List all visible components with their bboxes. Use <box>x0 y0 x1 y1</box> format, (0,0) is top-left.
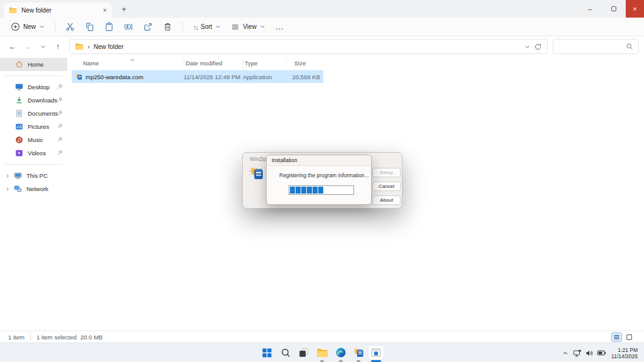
downloads-icon <box>15 96 23 104</box>
file-type: Application <box>243 74 286 80</box>
sidebar-divider <box>5 164 62 165</box>
column-header-type[interactable]: Type <box>243 59 286 68</box>
sidebar-item-music[interactable]: Music <box>0 133 67 146</box>
toolbar-separator <box>182 22 183 32</box>
address-bar: ← → ↑ › New folder <box>0 36 644 57</box>
breadcrumb-path[interactable]: New folder <box>94 43 124 50</box>
view-toggles <box>611 332 635 342</box>
chevron-down-icon <box>215 24 221 30</box>
installer-window-icon <box>370 347 382 358</box>
recent-locations-button[interactable] <box>35 39 50 54</box>
winzip-dialog-icon <box>248 165 264 181</box>
sidebar-item-documents[interactable]: Documents <box>0 107 67 120</box>
paste-button[interactable] <box>100 19 118 34</box>
taskbar-edge-button[interactable] <box>333 346 348 359</box>
about-button[interactable]: About <box>372 195 401 205</box>
sidebar-item-home[interactable]: Home <box>0 58 67 71</box>
column-header-date-modified[interactable]: Date modified <box>184 59 243 68</box>
new-tab-button[interactable]: + <box>118 4 130 15</box>
view-lines-icon <box>231 23 240 31</box>
details-view-button[interactable] <box>611 332 622 342</box>
chevron-right-icon[interactable] <box>5 173 10 178</box>
taskbar-installer-button[interactable] <box>369 346 384 359</box>
home-icon <box>15 60 23 69</box>
tab-title: New folder <box>21 7 99 14</box>
view-button[interactable]: View <box>226 20 270 34</box>
setup-button[interactable]: Setup <box>372 168 401 177</box>
up-button[interactable]: ↑ <box>50 39 65 54</box>
sidebar-item-pictures[interactable]: Pictures <box>0 120 67 133</box>
start-button[interactable] <box>259 346 274 359</box>
sidebar-item-this-pc[interactable]: This PC <box>0 169 67 182</box>
chevron-right-icon[interactable] <box>5 187 10 192</box>
column-header-name[interactable]: Name <box>72 59 184 68</box>
network-icon[interactable] <box>572 348 583 359</box>
cancel-button[interactable]: Cancel <box>372 182 401 191</box>
chevron-down-icon <box>39 24 45 30</box>
sidebar-item-label: Network <box>26 185 48 192</box>
installation-dialog-title: Installation <box>267 155 371 166</box>
search-input[interactable] <box>553 39 639 54</box>
address-dropdown-icon[interactable] <box>525 44 530 50</box>
file-explorer-icon <box>316 347 328 359</box>
cut-button[interactable] <box>61 19 79 34</box>
minimize-button[interactable]: – <box>578 0 602 18</box>
taskbar-winzip-button[interactable] <box>351 346 366 359</box>
sidebar-item-videos[interactable]: Videos <box>0 146 67 160</box>
network-icon <box>14 185 22 193</box>
more-options-button[interactable]: … <box>271 23 288 31</box>
chevron-down-icon <box>40 44 46 50</box>
task-view-button[interactable] <box>296 346 311 359</box>
documents-icon <box>15 109 23 118</box>
sort-ascending-icon <box>130 57 135 63</box>
column-header-size[interactable]: Size <box>286 59 323 68</box>
window-controls: – × <box>578 0 644 18</box>
close-button[interactable]: × <box>626 0 644 18</box>
running-indicator <box>320 360 324 362</box>
status-divider <box>30 334 31 341</box>
titlebar: New folder × + – × <box>0 0 644 18</box>
taskbar: 1:21 PM 11/14/2025 <box>0 343 644 362</box>
winzip-file-icon <box>75 73 82 80</box>
volume-icon[interactable] <box>584 348 595 359</box>
taskbar-file-explorer-button[interactable] <box>314 346 330 359</box>
share-button[interactable] <box>139 19 157 34</box>
file-size: 20,568 KB <box>286 74 323 80</box>
details-view-icon <box>613 334 620 341</box>
sidebar-item-label: Documents <box>28 110 58 117</box>
rename-button[interactable] <box>119 19 138 34</box>
sidebar-item-network[interactable]: Network <box>0 182 67 195</box>
file-row-selected[interactable]: mp250-waredata.com 11/14/2025 12:49 PM A… <box>72 70 323 83</box>
breadcrumb-bar[interactable]: › New folder <box>69 39 548 54</box>
delete-button[interactable] <box>158 19 177 34</box>
large-icons-view-button[interactable] <box>624 332 635 342</box>
installation-dialog[interactable]: Installation Registering the program inf… <box>266 155 372 205</box>
pin-icon <box>57 123 63 129</box>
music-icon <box>15 136 23 144</box>
forward-button[interactable]: → <box>20 39 35 54</box>
taskbar-search-button[interactable] <box>278 346 293 359</box>
clock-time: 1:21 PM <box>611 347 638 353</box>
sidebar-item-downloads[interactable]: Downloads <box>0 94 67 107</box>
file-date-modified: 11/14/2025 12:49 PM <box>184 74 243 80</box>
tab-close-icon[interactable]: × <box>103 7 107 14</box>
back-button[interactable]: ← <box>5 39 20 54</box>
battery-icon[interactable] <box>596 348 607 359</box>
maximize-button[interactable] <box>602 0 626 18</box>
desktop-icon <box>15 83 23 91</box>
sidebar-item-desktop[interactable]: Desktop <box>0 80 67 94</box>
explorer-tab[interactable]: New folder × <box>4 3 112 18</box>
active-running-indicator <box>371 360 381 362</box>
new-button[interactable]: New <box>6 19 49 34</box>
refresh-icon[interactable] <box>534 43 542 51</box>
taskbar-clock[interactable]: 1:21 PM 11/14/2025 <box>611 347 638 359</box>
clock-date: 11/14/2025 <box>611 353 638 359</box>
sidebar-item-label: Desktop <box>28 84 50 90</box>
copy-button[interactable] <box>80 19 99 34</box>
this-pc-icon <box>14 172 22 180</box>
selection-count: 1 item selected <box>36 334 77 341</box>
sort-button[interactable]: ↑↓ Sort <box>189 21 225 33</box>
command-toolbar: New <box>0 18 644 36</box>
cut-icon <box>65 22 75 31</box>
tray-chevron-up-icon[interactable] <box>560 348 571 359</box>
